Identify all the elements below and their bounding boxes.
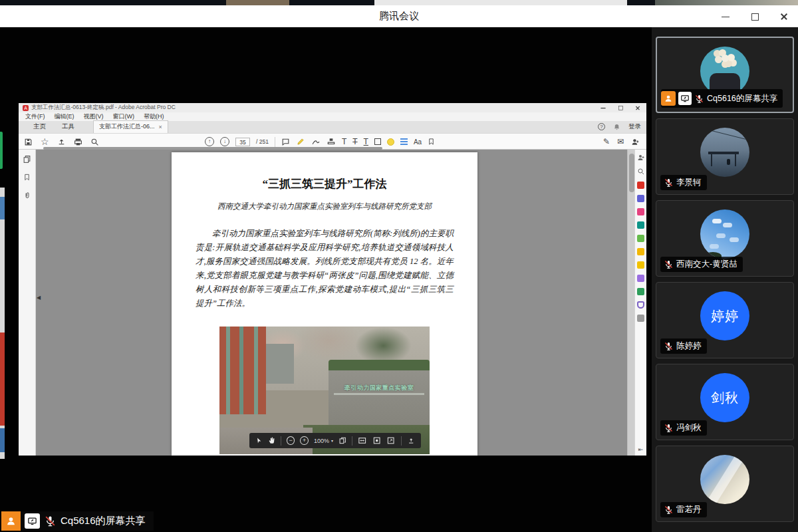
- edit-pdf-icon[interactable]: [637, 235, 644, 242]
- share-upload-icon[interactable]: [57, 138, 66, 146]
- participant-name: Cq5616的屏幕共享: [707, 93, 777, 104]
- menu-file[interactable]: 文件(F): [25, 112, 45, 121]
- tab-home[interactable]: 主页: [25, 121, 54, 133]
- mic-muted-icon: [664, 505, 674, 515]
- participant-name: 李景轲: [676, 177, 702, 188]
- text-box-icon[interactable]: [374, 138, 381, 145]
- organize-pages-icon[interactable]: [637, 208, 644, 215]
- participant-tile[interactable]: 剑秋 冯剑秋: [656, 364, 794, 440]
- avatar: [700, 47, 749, 96]
- hand-tool-icon[interactable]: [268, 436, 275, 445]
- login-button[interactable]: 登录: [628, 122, 641, 131]
- acrobat-minimize-button[interactable]: [600, 105, 606, 110]
- star-tool-icon[interactable]: ☆: [41, 137, 49, 146]
- page-down-icon[interactable]: ↓: [220, 137, 229, 146]
- participant-tile[interactable]: 李景轲: [656, 118, 794, 195]
- combine-files-icon[interactable]: [637, 221, 644, 229]
- help-icon[interactable]: ?: [598, 123, 605, 130]
- avatar: [700, 209, 749, 259]
- page-number-input[interactable]: 35: [235, 138, 250, 146]
- background-window-sliver: [0, 188, 5, 459]
- acrobat-close-button[interactable]: [635, 105, 640, 110]
- strikethrough-icon[interactable]: T: [352, 138, 357, 146]
- tab-document-label: 支部工作法汇总-06...: [99, 122, 155, 131]
- photo-building: [219, 327, 266, 414]
- oval-highlight-icon[interactable]: [387, 138, 394, 146]
- meeting-title: 腾讯会议: [379, 10, 419, 23]
- acrobat-window-title: 支部工作法汇总-0613-终定稿.pdf - Adobe Acrobat Pro…: [31, 104, 176, 112]
- zoom-in-icon[interactable]: +: [300, 436, 309, 445]
- more-tools-icon[interactable]: [637, 315, 644, 322]
- vertical-scrollbar[interactable]: [627, 150, 634, 456]
- page-thumbnails-icon[interactable]: [23, 155, 31, 164]
- person-add-icon[interactable]: [631, 138, 640, 146]
- menu-edit[interactable]: 编辑(E): [55, 112, 74, 121]
- tab-tools[interactable]: 工具: [54, 121, 82, 133]
- fill-sign-pen-icon[interactable]: ✎: [603, 138, 610, 146]
- participant-name: 冯剑秋: [676, 422, 702, 434]
- search-icon[interactable]: [90, 138, 99, 146]
- fit-width-icon[interactable]: [358, 436, 366, 445]
- ink-sign-icon[interactable]: [311, 138, 321, 146]
- participant-name: 雷若丹: [676, 504, 702, 515]
- create-pdf-icon[interactable]: [637, 182, 644, 189]
- comment-icon[interactable]: [281, 138, 290, 146]
- close-button[interactable]: [779, 12, 789, 21]
- comment-tool-icon[interactable]: [637, 261, 644, 269]
- bookmarks-panel-icon[interactable]: [23, 173, 31, 182]
- page-up-icon[interactable]: ↑: [205, 137, 214, 146]
- select-tool-icon[interactable]: [255, 436, 263, 445]
- document-area[interactable]: ◀ “三抓三筑三提升”工作法 西南交通大学牵引动力国家重点实验室列车与线路研究所…: [36, 150, 627, 456]
- tab-document[interactable]: 支部工作法汇总-06... ×: [93, 120, 168, 133]
- photo-lab-sign-english: [334, 393, 424, 395]
- photo-building-far: [266, 344, 294, 384]
- export-pdf-icon[interactable]: [637, 195, 644, 202]
- highlight-lines-icon[interactable]: [400, 138, 408, 145]
- attachments-icon[interactable]: [23, 191, 31, 200]
- collapse-toolbar-icon[interactable]: [407, 436, 415, 445]
- certificates-icon[interactable]: [637, 275, 644, 282]
- print-icon[interactable]: [74, 138, 82, 146]
- acrobat-maximize-button[interactable]: [618, 105, 623, 110]
- pdf-page: “三抓三筑三提升”工作法 西南交通大学牵引动力国家重点实验室列车与线路研究所党支…: [172, 152, 477, 456]
- bell-icon[interactable]: [613, 123, 620, 131]
- font-style-icon[interactable]: Aa: [414, 138, 422, 146]
- sharer-name-label: Cq5616的屏幕共享: [61, 515, 146, 527]
- stamp-icon[interactable]: [327, 137, 336, 146]
- avatar: [700, 128, 749, 177]
- tab-close-icon[interactable]: ×: [159, 124, 162, 130]
- page-display-icon[interactable]: [338, 436, 346, 445]
- save-icon[interactable]: [24, 138, 33, 146]
- avatar: 剑秋: [700, 373, 749, 422]
- zoom-level-dropdown[interactable]: 100% ▾: [314, 438, 333, 444]
- acrobat-titlebar: A 支部工作法汇总-0613-终定稿.pdf - Adobe Acrobat P…: [19, 103, 646, 112]
- participant-badge-icon: [1, 511, 21, 531]
- participant-tile[interactable]: 雷若丹: [656, 446, 794, 522]
- acrobat-tabrow: 主页 工具 支部工作法汇总-06... × ? 登录: [19, 121, 646, 133]
- protect-icon[interactable]: [637, 301, 644, 309]
- participant-tile[interactable]: 婷婷 陈婷婷: [656, 282, 794, 358]
- fill-sign-icon[interactable]: [637, 248, 644, 255]
- zoom-out-icon[interactable]: −: [287, 436, 295, 445]
- acrobat-left-rail: [19, 150, 36, 456]
- underline-icon[interactable]: T: [364, 138, 368, 146]
- bookmark-icon[interactable]: [428, 137, 435, 146]
- scrollbar-thumb[interactable]: [629, 154, 634, 192]
- maximize-button[interactable]: [750, 12, 759, 21]
- stamp-tool-icon[interactable]: [637, 288, 644, 295]
- person-add-tool-icon[interactable]: [637, 154, 645, 162]
- search-plus-tool-icon[interactable]: [637, 168, 645, 176]
- full-screen-icon[interactable]: [386, 436, 395, 445]
- participant-tile[interactable]: 西南交大-黄贤喆: [656, 200, 794, 277]
- expand-rail-icon[interactable]: ⇤: [635, 446, 646, 453]
- envelope-icon[interactable]: ✉: [617, 138, 624, 146]
- add-text-icon[interactable]: T: [342, 138, 346, 146]
- shared-screen-area: A 支部工作法汇总-0613-终定稿.pdf - Adobe Acrobat P…: [0, 27, 652, 532]
- pdf-subtitle: 西南交通大学牵引动力国家重点实验室列车与线路研究所党支部: [172, 201, 477, 211]
- participant-tile[interactable]: Cq5616的屏幕共享: [656, 37, 794, 113]
- mic-muted-icon: [664, 178, 674, 188]
- minimize-button[interactable]: [721, 12, 730, 21]
- highlighter-icon[interactable]: [296, 137, 305, 146]
- fit-page-icon[interactable]: [372, 436, 381, 445]
- panel-collapse-icon[interactable]: ◀: [37, 295, 41, 301]
